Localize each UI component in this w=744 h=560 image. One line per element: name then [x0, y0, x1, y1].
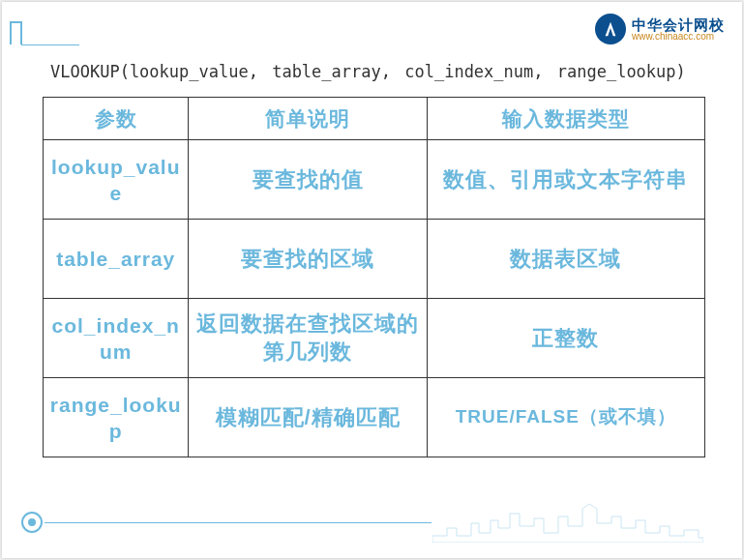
table-row: col_index_num 返回数据在查找区域的第几列数 正整数 [44, 299, 705, 378]
cell-type-range-lookup: TRUE/FALSE（或不填） [427, 378, 704, 457]
bottom-decoration [2, 502, 742, 550]
corner-line [21, 44, 79, 45]
formula-text: VLOOKUP(lookup_value, table_array, col_i… [50, 62, 686, 81]
cell-param-col-index: col_index_num [44, 299, 189, 378]
bottom-line [45, 522, 432, 523]
cell-type-col-index: 正整数 [427, 299, 704, 378]
city-silhouette-icon [432, 499, 703, 543]
header-param: 参数 [44, 98, 189, 140]
cell-type-table-array: 数据表区域 [427, 220, 704, 299]
corner-decoration-icon [10, 21, 29, 50]
table-header-row: 参数 简单说明 输入数据类型 [44, 98, 705, 140]
logo-text-block: 中华会计网校 www.chinaacc.com [632, 17, 725, 42]
logo-area: 中华会计网校 www.chinaacc.com [595, 14, 725, 44]
cell-param-range-lookup: range_lookup [44, 378, 189, 457]
table-row: table_array 要查找的区域 数据表区域 [44, 220, 705, 299]
table-row: range_lookup 模糊匹配/精确匹配 TRUE/FALSE（或不填） [44, 378, 705, 457]
slide-container: 中华会计网校 www.chinaacc.com VLOOKUP(lookup_v… [2, 2, 742, 558]
cell-desc-col-index: 返回数据在查找区域的第几列数 [189, 299, 427, 378]
cell-desc-table-array: 要查找的区域 [189, 220, 427, 299]
cell-param-lookup-value: lookup_value [44, 140, 189, 220]
cell-desc-lookup-value: 要查找的值 [189, 140, 427, 220]
table-row: lookup_value 要查找的值 数值、引用或文本字符串 [44, 140, 705, 220]
cell-param-table-array: table_array [44, 220, 189, 299]
vlookup-params-table: 参数 简单说明 输入数据类型 lookup_value 要查找的值 数值、引用或… [43, 97, 705, 457]
header-type: 输入数据类型 [427, 98, 704, 140]
circle-icon [21, 512, 43, 533]
cell-type-lookup-value: 数值、引用或文本字符串 [427, 140, 704, 220]
logo-icon [595, 14, 626, 44]
cell-desc-range-lookup: 模糊匹配/精确匹配 [189, 378, 427, 457]
logo-url-text: www.chinaacc.com [632, 32, 725, 42]
header-desc: 简单说明 [189, 98, 427, 140]
logo-cn-text: 中华会计网校 [632, 17, 725, 32]
